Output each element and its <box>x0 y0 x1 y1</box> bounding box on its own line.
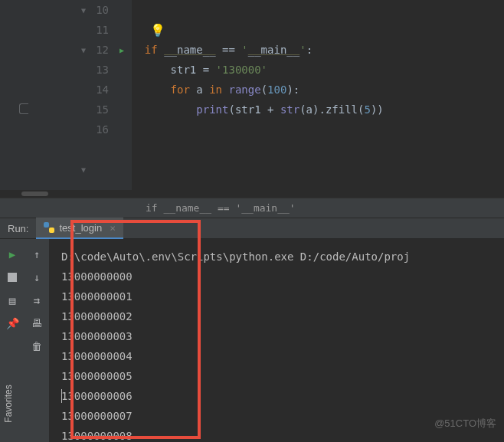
kw-if: if <box>145 44 158 56</box>
favorites-label: Favorites <box>3 385 14 422</box>
fold-arrow-icon[interactable]: ▼ <box>81 6 86 15</box>
intention-bulb-icon[interactable]: 💡 <box>150 23 165 38</box>
console-line: 13000000005 <box>61 366 504 386</box>
console-cmd: D:\code\Auto\.env\Scripts\python.exe D:/… <box>61 247 504 267</box>
up-icon[interactable]: ↑ <box>31 248 43 260</box>
layout-icon[interactable]: ▤ <box>6 294 18 306</box>
run-panel: Run: test_login × ▶ ▤ 📌 ↑ ↓ ⇉ 🖶 🗑 D:\cod… <box>0 218 504 442</box>
console-line: 13000000002 <box>61 306 504 326</box>
scrollbar-thumb[interactable] <box>21 192 48 196</box>
stop-icon[interactable] <box>6 271 18 283</box>
horizontal-scrollbar[interactable] <box>0 190 504 198</box>
line-number: 14 <box>96 83 109 96</box>
editor-area: ▼10 11 ▼12▶ 13 14 15 16 ▼ 💡 if __name__ … <box>0 0 504 190</box>
pin-icon[interactable]: 📌 <box>6 317 18 329</box>
console-line: 13000000001 <box>61 286 504 306</box>
breadcrumb[interactable]: if __name__ == '__main__' <box>0 198 504 218</box>
run-label: Run: <box>0 223 36 234</box>
console-line: 13000000004 <box>61 346 504 366</box>
run-tab[interactable]: test_login × <box>36 218 123 239</box>
run-tools-secondary: ↑ ↓ ⇉ 🖶 🗑 <box>25 239 49 442</box>
fold-arrow-icon[interactable]: ▼ <box>81 46 86 54</box>
wrap-icon[interactable]: ⇉ <box>31 294 43 306</box>
line-number: 16 <box>96 123 109 136</box>
line-number: 13 <box>96 64 109 76</box>
run-gutter-icon[interactable]: ▶ <box>119 46 124 54</box>
line-number: 15 <box>96 103 109 116</box>
console-line: 13000000006 <box>61 386 504 406</box>
print-icon[interactable]: 🖶 <box>31 317 43 329</box>
line-number: 12 <box>96 44 109 56</box>
run-tab-title: test_login <box>59 222 102 234</box>
closure-icon <box>19 103 28 114</box>
watermark: @51CTO博客 <box>434 417 496 431</box>
console-line: 13000000003 <box>61 326 504 346</box>
python-icon <box>44 222 54 233</box>
close-icon[interactable]: × <box>110 222 116 234</box>
code-area[interactable]: 💡 if __name__ == '__main__': str1 = '130… <box>132 0 504 190</box>
console-output[interactable]: D:\code\Auto\.env\Scripts\python.exe D:/… <box>49 239 504 442</box>
trash-icon[interactable]: 🗑 <box>31 340 43 352</box>
var-name: __name__ <box>164 44 215 56</box>
line-number: 11 <box>96 24 109 36</box>
rerun-icon[interactable]: ▶ <box>6 248 18 260</box>
run-header: Run: test_login × <box>0 218 504 239</box>
left-margin <box>0 0 21 190</box>
favorites-toolwindow[interactable]: Favorites <box>0 365 17 442</box>
down-icon[interactable]: ↓ <box>31 271 43 283</box>
line-number: 10 <box>96 4 109 16</box>
gutter: ▼10 11 ▼12▶ 13 14 15 16 ▼ <box>21 0 132 190</box>
breadcrumb-text: if __name__ == '__main__' <box>146 202 296 214</box>
fold-arrow-icon[interactable]: ▼ <box>81 165 86 174</box>
console-line: 13000000000 <box>61 267 504 286</box>
